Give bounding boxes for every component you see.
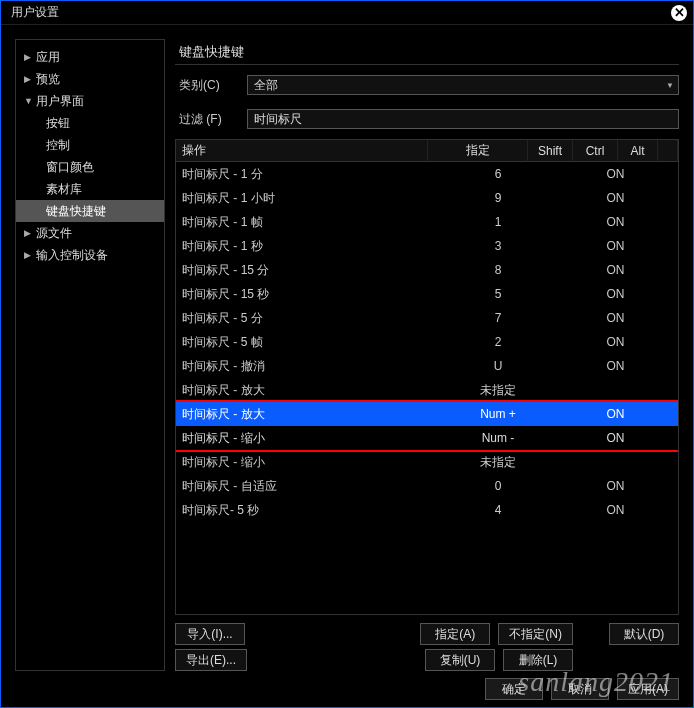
cell-op: 时间标尺 - 1 小时 bbox=[176, 186, 448, 210]
col-alt[interactable]: Alt bbox=[618, 140, 658, 162]
sidebar-item-app[interactable]: ▶ 应用 bbox=[16, 46, 164, 68]
cell-op: 时间标尺 - 放大 bbox=[176, 378, 448, 402]
export-button[interactable]: 导出(E)... bbox=[175, 649, 247, 671]
sidebar-item-preview[interactable]: ▶ 预览 bbox=[16, 68, 164, 90]
chevron-right-icon: ▶ bbox=[24, 74, 36, 84]
cell-shift bbox=[548, 210, 593, 234]
col-shift[interactable]: Shift bbox=[528, 140, 573, 162]
cell-alt bbox=[638, 186, 678, 210]
sidebar-item-label: 窗口颜色 bbox=[46, 159, 94, 176]
cell-ctrl: ON bbox=[593, 498, 638, 522]
cell-ctrl bbox=[593, 450, 638, 474]
sidebar-item-label: 控制 bbox=[46, 137, 70, 154]
cancel-button[interactable]: 取消 bbox=[551, 678, 609, 700]
cell-op: 时间标尺 - 放大 bbox=[176, 402, 448, 426]
col-assign[interactable]: 指定 bbox=[428, 140, 528, 162]
cell-assign: 2 bbox=[448, 330, 548, 354]
window: 用户设置 ✕ ▶ 应用 ▶ 预览 ▼ 用户界面 按钮 控制 bbox=[0, 0, 694, 708]
close-button[interactable]: ✕ bbox=[671, 5, 687, 21]
cell-alt bbox=[638, 402, 678, 426]
table-header: 操作 指定 Shift Ctrl Alt bbox=[176, 140, 678, 162]
chevron-down-icon: ▼ bbox=[666, 81, 674, 90]
col-operation[interactable]: 操作 bbox=[176, 140, 428, 162]
cell-op: 时间标尺 - 缩小 bbox=[176, 426, 448, 450]
cell-op: 时间标尺 - 15 秒 bbox=[176, 282, 448, 306]
table-row[interactable]: 时间标尺 - 放大Num +ON bbox=[176, 402, 678, 426]
assign-button[interactable]: 指定(A) bbox=[420, 623, 490, 645]
cell-alt bbox=[638, 354, 678, 378]
table-row[interactable]: 时间标尺 - 1 分6ON bbox=[176, 162, 678, 186]
sidebar: ▶ 应用 ▶ 预览 ▼ 用户界面 按钮 控制 窗口颜色 素材库 bbox=[15, 39, 165, 671]
button-row-1: 导入(I)... 指定(A) 不指定(N) 默认(D) bbox=[175, 623, 679, 645]
cell-assign: 8 bbox=[448, 258, 548, 282]
cell-alt bbox=[638, 306, 678, 330]
cell-ctrl: ON bbox=[593, 234, 638, 258]
table-row[interactable]: 时间标尺 - 5 分7ON bbox=[176, 306, 678, 330]
button-row-2: 导出(E)... 复制(U) 删除(L) bbox=[175, 649, 679, 671]
default-button[interactable]: 默认(D) bbox=[609, 623, 679, 645]
unassign-button[interactable]: 不指定(N) bbox=[498, 623, 573, 645]
table-row[interactable]: 时间标尺 - 自适应0ON bbox=[176, 474, 678, 498]
duplicate-button[interactable]: 复制(U) bbox=[425, 649, 495, 671]
cell-op: 时间标尺- 5 秒 bbox=[176, 498, 448, 522]
cell-shift bbox=[548, 162, 593, 186]
sidebar-item-window-color[interactable]: 窗口颜色 bbox=[16, 156, 164, 178]
cell-shift bbox=[548, 426, 593, 450]
cell-assign: U bbox=[448, 354, 548, 378]
cell-ctrl: ON bbox=[593, 474, 638, 498]
filter-row: 过滤 (F) bbox=[175, 105, 679, 133]
table-row[interactable]: 时间标尺 - 1 小时9ON bbox=[176, 186, 678, 210]
cell-op: 时间标尺 - 15 分 bbox=[176, 258, 448, 282]
filter-input[interactable] bbox=[247, 109, 679, 129]
close-icon: ✕ bbox=[674, 6, 685, 19]
cell-assign: 5 bbox=[448, 282, 548, 306]
table-row[interactable]: 时间标尺 - 1 帧1ON bbox=[176, 210, 678, 234]
sidebar-item-buttons[interactable]: 按钮 bbox=[16, 112, 164, 134]
sidebar-item-ui[interactable]: ▼ 用户界面 bbox=[16, 90, 164, 112]
table-row[interactable]: 时间标尺 - 缩小未指定 bbox=[176, 450, 678, 474]
table-row[interactable]: 时间标尺 - 15 秒5ON bbox=[176, 282, 678, 306]
sidebar-item-label: 素材库 bbox=[46, 181, 82, 198]
cell-assign: 4 bbox=[448, 498, 548, 522]
chevron-right-icon: ▶ bbox=[24, 52, 36, 62]
cell-ctrl: ON bbox=[593, 186, 638, 210]
cell-shift bbox=[548, 498, 593, 522]
category-dropdown[interactable]: 全部 ▼ bbox=[247, 75, 679, 95]
sidebar-item-input-device[interactable]: ▶ 输入控制设备 bbox=[16, 244, 164, 266]
table-row[interactable]: 时间标尺 - 5 帧2ON bbox=[176, 330, 678, 354]
cell-alt bbox=[638, 162, 678, 186]
import-button[interactable]: 导入(I)... bbox=[175, 623, 245, 645]
table-row[interactable]: 时间标尺 - 15 分8ON bbox=[176, 258, 678, 282]
cell-alt bbox=[638, 258, 678, 282]
cell-ctrl: ON bbox=[593, 330, 638, 354]
cell-shift bbox=[548, 450, 593, 474]
apply-button[interactable]: 应用(A) bbox=[617, 678, 679, 700]
titlebar: 用户设置 ✕ bbox=[1, 1, 693, 25]
sidebar-item-label: 预览 bbox=[36, 71, 60, 88]
table-row[interactable]: 时间标尺 - 缩小Num -ON bbox=[176, 426, 678, 450]
cell-alt bbox=[638, 498, 678, 522]
cell-op: 时间标尺 - 撤消 bbox=[176, 354, 448, 378]
cell-shift bbox=[548, 354, 593, 378]
table-row[interactable]: 时间标尺- 5 秒4ON bbox=[176, 498, 678, 522]
cell-ctrl: ON bbox=[593, 282, 638, 306]
cell-shift bbox=[548, 378, 593, 402]
table-row[interactable]: 时间标尺 - 撤消UON bbox=[176, 354, 678, 378]
sidebar-item-keyboard-shortcuts[interactable]: 键盘快捷键 bbox=[16, 200, 164, 222]
sidebar-item-source[interactable]: ▶ 源文件 bbox=[16, 222, 164, 244]
cell-shift bbox=[548, 186, 593, 210]
cell-ctrl: ON bbox=[593, 426, 638, 450]
table-row[interactable]: 时间标尺 - 1 秒3ON bbox=[176, 234, 678, 258]
ok-button[interactable]: 确定 bbox=[485, 678, 543, 700]
category-row: 类别(C) 全部 ▼ bbox=[175, 71, 679, 99]
chevron-right-icon: ▶ bbox=[24, 250, 36, 260]
sidebar-item-control[interactable]: 控制 bbox=[16, 134, 164, 156]
window-title: 用户设置 bbox=[11, 4, 671, 21]
col-ctrl[interactable]: Ctrl bbox=[573, 140, 618, 162]
cell-op: 时间标尺 - 5 分 bbox=[176, 306, 448, 330]
delete-button[interactable]: 删除(L) bbox=[503, 649, 573, 671]
sidebar-item-asset-lib[interactable]: 素材库 bbox=[16, 178, 164, 200]
table-row[interactable]: 时间标尺 - 放大未指定 bbox=[176, 378, 678, 402]
cell-ctrl: ON bbox=[593, 402, 638, 426]
cell-op: 时间标尺 - 缩小 bbox=[176, 450, 448, 474]
